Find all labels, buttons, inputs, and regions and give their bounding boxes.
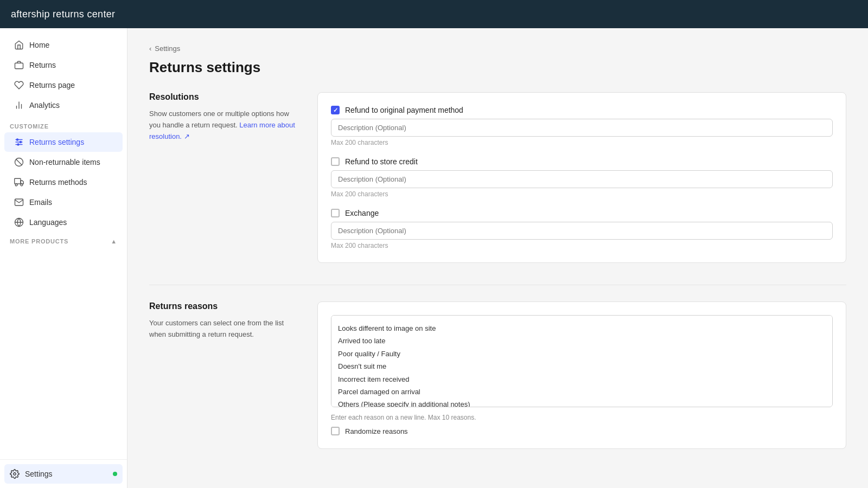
gear-icon xyxy=(10,469,20,479)
chevron-left-icon: ‹ xyxy=(149,44,151,53)
more-products-section[interactable]: MORE PRODUCTS ▲ xyxy=(0,233,127,250)
emails-icon xyxy=(14,197,24,207)
breadcrumb[interactable]: ‹ Settings xyxy=(149,44,846,53)
green-dot-indicator xyxy=(113,472,117,476)
main-content: ‹ Settings Returns settings Resolutions … xyxy=(127,28,868,488)
sidebar-item-languages-label: Languages xyxy=(29,218,67,227)
char-limit-refund-original: Max 200 characters xyxy=(331,139,833,146)
svg-rect-12 xyxy=(15,178,21,184)
char-limit-exchange: Max 200 characters xyxy=(331,242,833,249)
page-title: Returns settings xyxy=(149,59,846,76)
resolution-option-original: Refund to original payment method Max 20… xyxy=(331,106,833,146)
sidebar-item-non-returnable[interactable]: Non-returnable items xyxy=(4,152,123,172)
checkbox-refund-original[interactable] xyxy=(331,106,340,114)
top-header: aftership returns center xyxy=(0,0,868,28)
non-returnable-icon xyxy=(14,157,24,167)
sidebar-bottom: Settings xyxy=(0,459,127,488)
svg-point-8 xyxy=(20,142,22,143)
returns-reasons-description: Your customers can select one from the l… xyxy=(149,318,301,341)
svg-point-9 xyxy=(17,144,19,145)
sidebar-item-settings[interactable]: Settings xyxy=(4,464,123,484)
input-exchange[interactable] xyxy=(331,222,833,240)
logo: aftership returns center xyxy=(11,9,115,20)
svg-point-13 xyxy=(15,184,17,186)
settings-sliders-icon xyxy=(14,137,24,147)
sidebar-item-returns-settings-label: Returns settings xyxy=(29,138,84,146)
sidebar-item-returns-methods[interactable]: Returns methods xyxy=(4,172,123,192)
sidebar-item-returns-settings[interactable]: Returns settings xyxy=(4,132,123,152)
home-icon xyxy=(14,40,24,50)
section-divider xyxy=(149,285,846,285)
sidebar-item-emails[interactable]: Emails xyxy=(4,192,123,212)
svg-rect-0 xyxy=(15,63,23,69)
checkbox-randomize[interactable] xyxy=(331,427,340,435)
customize-section-label: CUSTOMIZE xyxy=(0,115,127,132)
sidebar-item-languages[interactable]: Languages xyxy=(4,213,123,232)
sidebar-item-home-label: Home xyxy=(29,41,49,49)
input-store-credit[interactable] xyxy=(331,170,833,188)
resolutions-description: Show customers one or multiple options h… xyxy=(149,108,301,142)
breadcrumb-label: Settings xyxy=(155,44,180,53)
sidebar-item-returns-page[interactable]: Returns page xyxy=(4,75,123,95)
resolutions-info: Resolutions Show customers one or multip… xyxy=(149,92,301,263)
sidebar-nav: Home Returns Returns page xyxy=(0,28,127,459)
resolutions-card: Refund to original payment method Max 20… xyxy=(317,92,846,263)
sidebar-item-analytics[interactable]: Analytics xyxy=(4,95,123,115)
resolution-option-exchange: Exchange Max 200 characters xyxy=(331,209,833,249)
sidebar-item-returns-page-label: Returns page xyxy=(29,81,75,89)
resolutions-section: Resolutions Show customers one or multip… xyxy=(149,92,846,263)
resolution-option-store-credit: Refund to store credit Max 200 character… xyxy=(331,157,833,198)
reasons-hint-text: Enter each reason on a new line. Max 10 … xyxy=(331,414,833,421)
svg-point-7 xyxy=(17,139,18,140)
returns-reasons-info: Returns reasons Your customers can selec… xyxy=(149,301,301,449)
sidebar-item-emails-label: Emails xyxy=(29,198,52,207)
label-refund-original: Refund to original payment method xyxy=(345,106,463,114)
returns-page-icon xyxy=(14,80,24,90)
resolution-header-exchange: Exchange xyxy=(331,209,833,217)
layout: Home Returns Returns page xyxy=(0,28,868,488)
chevron-up-icon: ▲ xyxy=(111,238,117,245)
label-exchange: Exchange xyxy=(345,209,379,217)
label-store-credit: Refund to store credit xyxy=(345,157,418,166)
languages-icon xyxy=(14,217,24,227)
checkbox-exchange[interactable] xyxy=(331,209,340,217)
sidebar-item-home[interactable]: Home xyxy=(4,35,123,55)
randomize-label: Randomize reasons xyxy=(345,427,408,435)
sidebar-item-returns-methods-label: Returns methods xyxy=(29,178,87,187)
svg-point-14 xyxy=(21,184,23,186)
returns-icon xyxy=(14,60,24,70)
sidebar-item-returns-label: Returns xyxy=(29,61,56,69)
returns-reasons-section: Returns reasons Your customers can selec… xyxy=(149,301,846,449)
checkbox-store-credit[interactable] xyxy=(331,157,340,166)
resolution-header-store-credit: Refund to store credit xyxy=(331,157,833,166)
sidebar: Home Returns Returns page xyxy=(0,28,127,488)
sidebar-item-non-returnable-label: Non-returnable items xyxy=(29,158,100,166)
analytics-icon xyxy=(14,100,24,110)
external-link-icon: ↗ xyxy=(184,132,190,140)
settings-label: Settings xyxy=(25,470,53,478)
sidebar-item-returns[interactable]: Returns xyxy=(4,55,123,75)
returns-reasons-title: Returns reasons xyxy=(149,301,301,311)
svg-line-11 xyxy=(16,159,22,165)
resolutions-title: Resolutions xyxy=(149,92,301,102)
returns-reasons-card: Looks different to image on site Arrived… xyxy=(317,301,846,449)
char-limit-store-credit: Max 200 characters xyxy=(331,190,833,198)
returns-methods-icon xyxy=(14,177,24,187)
sidebar-item-analytics-label: Analytics xyxy=(29,101,60,110)
randomize-row: Randomize reasons xyxy=(331,427,833,435)
more-products-label: MORE PRODUCTS xyxy=(10,238,68,245)
reasons-textarea[interactable]: Looks different to image on site Arrived… xyxy=(331,315,833,407)
input-refund-original[interactable] xyxy=(331,119,833,137)
svg-point-17 xyxy=(14,473,16,476)
resolution-header-original: Refund to original payment method xyxy=(331,106,833,114)
